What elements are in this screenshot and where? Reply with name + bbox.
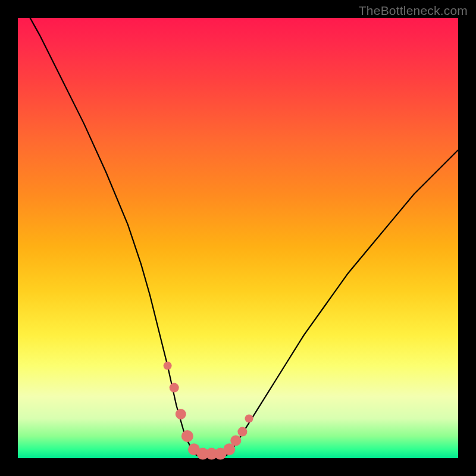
highlight-marker — [230, 435, 241, 446]
marker-group — [164, 362, 253, 460]
watermark-text: TheBottleneck.com — [359, 4, 468, 18]
plot-area — [18, 18, 458, 458]
highlight-marker — [176, 409, 186, 419]
bottleneck-curve — [18, 18, 458, 458]
highlight-marker — [164, 362, 172, 370]
chart-frame: TheBottleneck.com — [0, 0, 476, 476]
highlight-marker — [181, 430, 193, 442]
highlight-marker — [237, 427, 247, 437]
curve-path — [18, 0, 458, 458]
highlight-marker — [170, 383, 179, 393]
highlight-marker — [245, 414, 253, 422]
